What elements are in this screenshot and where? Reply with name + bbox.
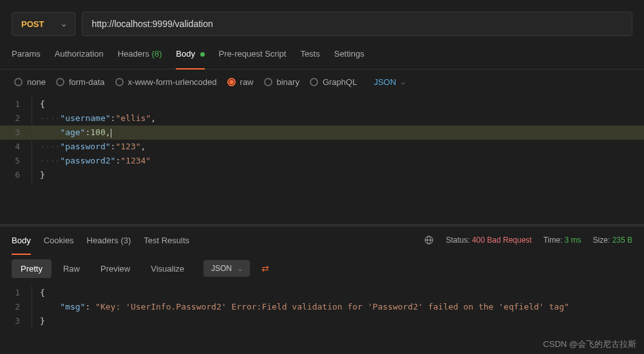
line-number: 1 — [0, 286, 32, 300]
radio-icon — [56, 78, 64, 86]
body-type-raw[interactable]: raw — [227, 77, 254, 87]
request-body-editor[interactable]: 1 { 2 ····"username":"ellis", 3 ····"age… — [0, 95, 644, 185]
radio-icon — [310, 78, 318, 86]
response-tab-testresults[interactable]: Test Results — [144, 233, 189, 248]
body-type-none[interactable]: none — [14, 77, 46, 87]
line-number: 1 — [0, 97, 32, 111]
tab-authorization[interactable]: Authorization — [55, 45, 104, 62]
status-block: Status: 400 Bad Request — [446, 236, 531, 245]
tab-tests[interactable]: Tests — [300, 45, 319, 62]
time-label: Time: — [544, 236, 563, 245]
chevron-down-icon: ⌵ — [401, 79, 405, 86]
response-tab-cookies[interactable]: Cookies — [44, 233, 74, 248]
indent-dots: ···· — [40, 142, 60, 151]
line-number: 6 — [0, 168, 32, 182]
http-method-label: POST — [21, 19, 44, 29]
code-brace: } — [40, 170, 45, 180]
indent-dots: ···· — [40, 156, 60, 165]
colon: : — [85, 302, 95, 312]
comma: , — [106, 127, 111, 137]
tab-headers-label: Headers — [118, 49, 149, 59]
json-key: "msg" — [60, 302, 85, 312]
code-brace: { — [40, 99, 45, 109]
comma: , — [151, 113, 156, 123]
body-type-graphql-label: GraphQL — [323, 77, 357, 87]
body-type-binary-label: binary — [277, 77, 299, 87]
json-string: "Key: 'UserInfo.Password2' Error:Field v… — [95, 302, 569, 312]
line-number: 3 — [0, 314, 32, 328]
view-preview-button[interactable]: Preview — [91, 259, 139, 278]
tab-headers[interactable]: Headers (8) — [118, 45, 162, 62]
status-code: 400 Bad Request — [472, 236, 532, 245]
json-key: "password2" — [60, 156, 115, 165]
tab-body-label: Body — [176, 49, 195, 59]
line-number: 2 — [0, 300, 32, 314]
radio-icon — [264, 78, 272, 86]
time-value: 3 ms — [565, 236, 582, 245]
size-label: Size: — [593, 236, 611, 245]
line-number: 2 — [0, 111, 32, 126]
size-value: 235 B — [612, 236, 632, 245]
chevron-down-icon: ⌵ — [62, 21, 66, 28]
radio-icon — [115, 78, 124, 86]
response-body-editor[interactable]: 1 { 2 "msg": "Key: 'UserInfo.Password2' … — [0, 283, 644, 331]
json-key: "age" — [60, 127, 85, 137]
json-key: "password" — [60, 142, 110, 151]
line-number: 3 — [0, 126, 32, 140]
url-input[interactable]: http://localhost:9999/validation — [82, 12, 632, 36]
json-number: 100 — [90, 127, 105, 137]
globe-icon[interactable] — [424, 235, 434, 245]
http-method-select[interactable]: POST ⌵ — [12, 12, 75, 36]
indent-dots: ···· — [40, 113, 60, 123]
indent-dots: ···· — [40, 127, 60, 137]
body-type-graphql[interactable]: GraphQL — [310, 77, 357, 87]
body-type-formdata[interactable]: form-data — [56, 77, 105, 87]
response-tab-headers-label: Headers — [87, 236, 118, 245]
view-pretty-button[interactable]: Pretty — [12, 259, 52, 278]
url-value: http://localhost:9999/validation — [91, 19, 213, 29]
body-type-urlencoded-label: x-www-form-urlencoded — [128, 77, 217, 87]
response-format-label: JSON — [211, 264, 232, 273]
view-raw-button[interactable]: Raw — [54, 259, 89, 278]
text-cursor — [111, 129, 111, 138]
radio-selected-icon — [227, 78, 236, 86]
watermark-text: CSDN @会飞的尼古拉斯 — [543, 339, 636, 350]
chevron-down-icon: ⌵ — [238, 265, 242, 272]
code-brace: } — [40, 316, 45, 326]
indent-dots — [40, 302, 60, 312]
body-type-none-label: none — [27, 77, 46, 87]
body-type-raw-label: raw — [240, 77, 254, 87]
response-tab-headers[interactable]: Headers (3) — [87, 233, 131, 248]
code-brace: { — [40, 288, 45, 297]
response-tab-headers-count: (3) — [120, 236, 131, 245]
response-tab-body[interactable]: Body — [12, 233, 31, 248]
status-label: Status: — [446, 236, 469, 245]
json-string: "123" — [115, 142, 140, 151]
body-type-formdata-label: form-data — [69, 77, 105, 87]
size-block: Size: 235 B — [593, 236, 632, 245]
body-type-binary[interactable]: binary — [264, 77, 299, 87]
body-type-urlencoded[interactable]: x-www-form-urlencoded — [115, 77, 217, 87]
response-format-select[interactable]: JSON ⌵ — [204, 260, 250, 277]
json-string: "1234" — [120, 156, 151, 165]
view-visualize-button[interactable]: Visualize — [142, 259, 193, 278]
json-key: "username" — [60, 113, 110, 123]
radio-icon — [14, 78, 23, 86]
line-number: 5 — [0, 154, 32, 168]
tab-body[interactable]: Body — [176, 45, 204, 62]
json-string: "ellis" — [115, 113, 151, 123]
body-format-label: JSON — [374, 77, 396, 87]
tab-prerequest[interactable]: Pre-request Script — [219, 45, 287, 62]
tab-settings[interactable]: Settings — [334, 45, 365, 62]
wrap-lines-icon[interactable]: ⇄ — [255, 259, 276, 277]
time-block: Time: 3 ms — [544, 236, 582, 245]
body-format-select[interactable]: JSON ⌵ — [374, 77, 405, 87]
status-dot-icon — [200, 52, 205, 57]
comma: , — [141, 142, 146, 151]
line-number: 4 — [0, 140, 32, 154]
tab-params[interactable]: Params — [12, 45, 41, 62]
tab-headers-count: (8) — [151, 49, 162, 59]
